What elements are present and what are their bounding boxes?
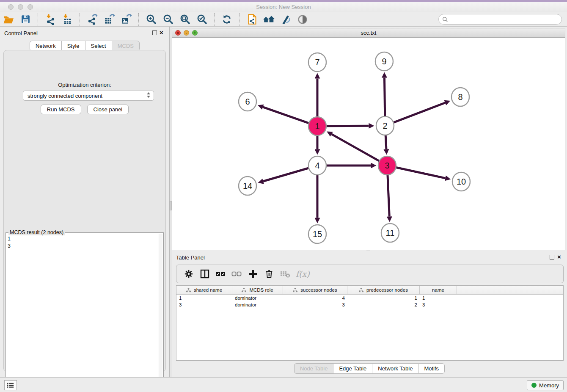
network-window-titlebar[interactable]: x - + scc.txt [172,28,565,38]
table-cell[interactable]: dominator [232,295,283,301]
zoom-fit-icon[interactable] [179,13,191,26]
task-history-button[interactable] [4,380,17,390]
control-panel-title: Control Panel [4,30,38,36]
close-panel-button[interactable]: Close panel [87,105,129,114]
flatten-icon [242,288,246,293]
column-header-name[interactable]: name [420,286,457,294]
column-label: name [432,287,444,293]
flatten-icon [186,288,191,293]
tab-node-table[interactable]: Node Table [294,363,333,374]
tab-edge-table[interactable]: Edge Table [333,363,372,374]
table-body: 1dominator4113dominator323 [176,295,563,308]
table-cell[interactable]: 1 [347,295,420,301]
network-graph[interactable]: 7968124314101511 [172,38,565,250]
search-icon [442,17,448,22]
table-row[interactable]: 1dominator411 [176,295,563,301]
mcds-result-label: MCDS result (2 nodes) [8,229,65,235]
graph-node-label: 15 [313,229,322,239]
toolbar-separator [239,13,239,26]
graph-node-label: 11 [386,228,395,237]
hide-gui-icon[interactable] [296,13,309,26]
refresh-view-icon[interactable] [220,13,233,26]
zoom-selected-icon[interactable] [195,13,208,26]
mcds-result-group: MCDS result (2 nodes) 1 3 [6,232,164,392]
memory-button[interactable]: Memory [527,380,564,390]
table-cell[interactable]: 3 [283,302,347,307]
column-header-predecessor-nodes[interactable]: predecessor nodes [347,286,420,294]
network-window-title: scc.txt [172,30,565,36]
column-label: successor nodes [300,287,337,293]
graph-edge-3-10[interactable] [396,168,445,178]
table-cell[interactable]: dominator [232,302,283,307]
zoom-out-icon[interactable] [162,13,174,26]
table-cell[interactable]: 4 [283,295,347,301]
table-panel-header: Table Panel × [172,251,567,264]
graph-edge-2-3[interactable] [385,135,386,149]
graph-edge-1-6[interactable] [263,107,308,123]
float-table-panel-icon[interactable] [550,255,554,259]
table-cell[interactable]: 1 [420,295,457,301]
import-table-icon[interactable] [61,13,74,26]
delete-row-icon[interactable] [263,268,275,280]
annotations-icon[interactable] [279,13,292,26]
control-panel-header: Control Panel × [0,27,169,39]
add-row-icon[interactable] [247,268,259,280]
search-field[interactable] [438,14,562,25]
open-session-icon[interactable] [2,13,15,26]
table-cell[interactable]: 3 [176,302,232,307]
export-network-icon[interactable] [86,13,99,26]
window-title: Session: New Session [0,4,567,10]
search-input[interactable] [450,17,561,22]
show-columns-icon[interactable] [198,268,211,280]
memory-label: Memory [539,382,559,389]
result-scrollbar[interactable] [159,234,162,392]
close-table-panel-icon[interactable]: × [557,253,561,260]
graph-node-label: 3 [385,161,389,170]
main-titlebar: Session: New Session [0,2,567,12]
criterion-value: strongly connected component [28,93,102,99]
graph-edge-2-8[interactable] [394,103,445,123]
table-row[interactable]: 3dominator323 [176,301,563,308]
table-cell[interactable]: 3 [420,302,457,307]
column-header-shared-name[interactable]: shared name [176,286,232,294]
delete-table-icon[interactable] [279,268,292,280]
optimization-criterion-label: Optimization criterion: [4,82,165,88]
toolbar-separator [80,13,80,26]
import-network-icon[interactable] [44,13,57,26]
export-table-icon[interactable] [103,13,116,26]
export-image-icon[interactable] [120,13,132,26]
save-session-icon[interactable] [19,13,32,26]
close-panel-icon[interactable]: × [160,29,163,36]
table-cell[interactable]: 2 [347,302,420,307]
zoom-in-icon[interactable] [145,13,157,26]
select-all-icon[interactable] [215,268,227,280]
apply-function-icon[interactable]: f(x) [296,269,310,279]
node-table[interactable]: shared name MCDS role successor nodes pr… [176,285,564,361]
table-settings-icon[interactable] [182,268,195,280]
show-welcome-screen-icon[interactable] [262,13,275,26]
copy-current-network-icon[interactable] [245,13,258,26]
tab-network-table[interactable]: Network Table [372,363,418,374]
graph-edge-3-11[interactable] [388,174,389,216]
tab-motifs[interactable]: Motifs [418,363,445,374]
run-mcds-button[interactable]: Run MCDS [41,105,81,114]
column-header-successor-nodes[interactable]: successor nodes [283,286,347,294]
deselect-all-icon[interactable] [231,268,243,280]
list-icon [7,382,14,389]
table-cell[interactable]: 1 [176,295,232,301]
column-header-mcds-role[interactable]: MCDS role [232,286,283,294]
network-view-window: x - + scc.txt 7968124314101511 [172,28,565,250]
criterion-select[interactable]: strongly connected component [23,91,154,101]
table-panel-title: Table Panel [176,254,205,261]
graph-edge-2-9[interactable] [385,77,385,116]
graph-node-label: 6 [245,97,250,106]
graph-node-label: 1 [315,121,319,131]
graph-edge-1-2[interactable] [326,126,369,126]
network-canvas[interactable]: 7968124314101511 [172,38,565,250]
toolbar-separator [138,13,139,26]
mcds-result-text[interactable]: 1 3 [8,235,157,392]
memory-status-icon [531,383,537,388]
graph-edge-3-1[interactable] [332,134,380,161]
float-panel-icon[interactable] [152,30,157,35]
graph-edge-4-14[interactable] [263,168,308,181]
